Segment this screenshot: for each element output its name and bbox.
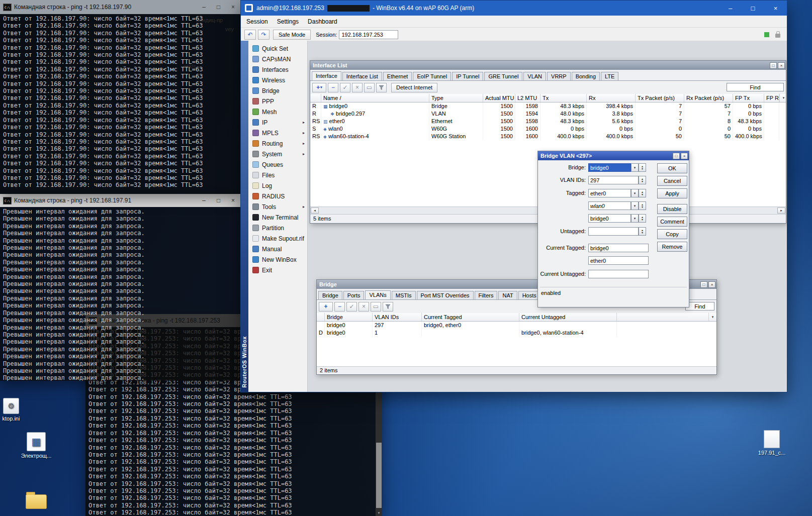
scroll-right-icon[interactable]: ▸	[777, 208, 785, 214]
find-button[interactable]: Find	[685, 302, 714, 311]
column-header-actual-mtu[interactable]: Actual MTU	[483, 94, 515, 102]
tagged-field-1[interactable]: ether0	[588, 189, 631, 197]
disable-button[interactable]: ×	[352, 83, 363, 92]
sidebar-item-ip[interactable]: IP▸	[248, 117, 307, 128]
cancel-button[interactable]: Cancel	[657, 176, 687, 186]
sidebar-item-new-terminal[interactable]: New Terminal	[248, 212, 307, 223]
disable-button[interactable]: Disable	[657, 204, 687, 214]
close-icon[interactable]: ×	[226, 0, 240, 14]
column-select-icon[interactable]: ▾	[708, 313, 716, 321]
column-header-l2-mtu[interactable]: L2 MTU	[515, 94, 540, 102]
remove-button[interactable]: Remove	[657, 242, 687, 252]
enable-button[interactable]: ✓	[340, 83, 350, 92]
column-header-current-tagged[interactable]: Current Tagged	[422, 313, 519, 321]
tab-bridge[interactable]: Bridge	[318, 291, 342, 299]
close-icon[interactable]: ×	[778, 62, 785, 69]
filter-button[interactable]	[383, 302, 393, 312]
column-header-fp-rx[interactable]: FP Rx	[764, 94, 779, 102]
tab-mstis[interactable]: MSTIs	[392, 291, 416, 299]
desktop-icon-desktop-ini[interactable]: ⚙ ktop.ini	[0, 398, 29, 422]
scroll-left-icon[interactable]: ◂	[311, 208, 319, 214]
sidebar-item-radius[interactable]: RADIUS	[248, 191, 307, 201]
table-row[interactable]: bridge0297bridge0, ether0	[317, 322, 716, 329]
apply-button[interactable]: Apply	[657, 188, 687, 198]
cmd-titlebar[interactable]: C:\ Командная строка - ping -t 192.168.1…	[0, 0, 240, 14]
table-row[interactable]: RS▥ether0Ethernet1500159848.3 kbps5.6 kb…	[310, 118, 786, 125]
scrollbar-thumb[interactable]	[376, 443, 382, 508]
copy-button[interactable]: Copy	[657, 229, 687, 239]
desktop-icon-electro[interactable]: ▦ Электрощ...	[15, 432, 57, 459]
filter-button[interactable]	[376, 83, 387, 92]
detect-internet-button[interactable]: Detect Internet	[391, 83, 437, 92]
column-header-rx[interactable]: Rx	[587, 94, 636, 102]
column-header-vlan-ids[interactable]: VLAN IDs	[373, 313, 422, 321]
tab-vlans[interactable]: VLANs	[365, 290, 390, 299]
chevron-down-icon[interactable]: ▾	[631, 201, 639, 210]
sidebar-item-interfaces[interactable]: Interfaces	[248, 64, 307, 75]
minimize-icon[interactable]: –	[197, 194, 211, 207]
column-header-current-untagged[interactable]: Current Untagged	[519, 313, 617, 321]
sidebar-item-bridge[interactable]: Bridge	[248, 85, 307, 96]
table-body[interactable]: bridge0297bridge0, ether0Dbridge01bridge…	[317, 322, 716, 366]
sidebar-item-wireless[interactable]: Wireless	[248, 75, 307, 85]
winbox-window[interactable]: admin@192.168.197.253 - WinBox v6.44 on …	[240, 0, 787, 392]
cmd-window-ping-90[interactable]: C:\ Командная строка - ping -t 192.168.1…	[0, 0, 240, 194]
console-output[interactable]: Превышен интервал ожидания для запроса.П…	[0, 207, 240, 381]
find-button[interactable]: Find	[727, 83, 784, 91]
winbox-titlebar[interactable]: admin@192.168.197.253 - WinBox v6.44 on …	[241, 1, 787, 16]
maximize-icon[interactable]: □	[211, 0, 226, 14]
enable-button[interactable]: ✓	[346, 302, 357, 312]
column-header-tx[interactable]: Tx	[540, 94, 587, 102]
column-header-name[interactable]: Name /	[321, 94, 429, 102]
scroll-down-icon[interactable]: ▾	[376, 511, 382, 515]
minimize-icon[interactable]: –	[719, 1, 742, 16]
maximize-icon[interactable]: □	[770, 62, 777, 69]
table-row[interactable]: Dbridge01bridge0, wlan60-station-4	[317, 329, 716, 337]
column-header-rx-packet-p-s[interactable]: Rx Packet (p/s)	[684, 94, 733, 102]
maximize-icon[interactable]: □	[700, 281, 707, 288]
tab-bonding[interactable]: Bonding	[572, 72, 600, 80]
tab-filters[interactable]: Filters	[475, 291, 498, 299]
sidebar-item-files[interactable]: Files	[248, 170, 307, 180]
sidebar-item-tools[interactable]: Tools▸	[248, 201, 307, 212]
maximize-icon[interactable]: □	[211, 194, 226, 207]
sidebar-item-mesh[interactable]: Mesh	[248, 107, 307, 117]
add-button[interactable]: +▾	[312, 83, 326, 92]
spinner-buttons[interactable]: ▴▾	[639, 227, 646, 236]
sidebar-item-quick-set[interactable]: Quick Set	[248, 43, 307, 54]
bridge-vlan-titlebar[interactable]: Bridge VLAN <297> □ ×	[538, 151, 689, 160]
table-row[interactable]: R❖bridge0.297VLAN1500159448.0 kbps3.8 kb…	[310, 110, 786, 118]
tab-interface-list[interactable]: Interface List	[342, 72, 382, 80]
sidebar-item-queues[interactable]: Queues	[248, 159, 307, 170]
untagged-field[interactable]	[588, 227, 639, 236]
tab-vlan[interactable]: VLAN	[523, 72, 546, 80]
column-select-icon[interactable]: ▾	[779, 94, 787, 102]
console-output[interactable]: Ответ от 192.168.197.90: число байт=32 в…	[0, 14, 240, 194]
column-header-type[interactable]: Type	[429, 94, 483, 102]
tab-ports[interactable]: Ports	[343, 291, 365, 299]
chevron-down-icon[interactable]: ▾	[631, 214, 639, 223]
safe-mode-button[interactable]: Safe Mode	[273, 30, 311, 40]
spinner-buttons[interactable]: ▴▾	[639, 214, 646, 223]
close-icon[interactable]: ×	[764, 1, 787, 16]
tab-ethernet[interactable]: Ethernet	[383, 72, 412, 80]
tab-gre-tunnel[interactable]: GRE Tunnel	[484, 72, 522, 80]
maximize-icon[interactable]: □	[742, 1, 764, 16]
sidebar-item-exit[interactable]: Exit	[248, 265, 307, 275]
tagged-field-2[interactable]: wlan0	[588, 201, 631, 210]
close-icon[interactable]: ×	[708, 281, 715, 288]
bridge-vlan-dialog[interactable]: Bridge VLAN <297> □ × Bridge: bridge0 ▾ …	[537, 151, 689, 307]
sidebar-item-routing[interactable]: Routing▸	[248, 138, 307, 149]
comment-button[interactable]: ▭	[371, 302, 381, 312]
maximize-icon[interactable]: □	[673, 153, 680, 159]
sidebar-item-manual[interactable]: Manual	[248, 244, 307, 254]
column-header-tx-packet-p-s[interactable]: Tx Packet (p/s)	[636, 94, 684, 102]
undo-button[interactable]: ↶	[244, 30, 256, 40]
add-button[interactable]: +	[319, 302, 333, 312]
close-icon[interactable]: ×	[681, 153, 688, 159]
chevron-down-icon[interactable]: ▾	[631, 163, 639, 172]
cmd-titlebar[interactable]: C:\ Командная строка - ping -t 192.168.1…	[0, 194, 240, 207]
sidebar-item-system[interactable]: System▸	[248, 149, 307, 159]
cmd-window-ping-91[interactable]: C:\ Командная строка - ping -t 192.168.1…	[0, 194, 240, 381]
tab-ip-tunnel[interactable]: IP Tunnel	[452, 72, 483, 80]
